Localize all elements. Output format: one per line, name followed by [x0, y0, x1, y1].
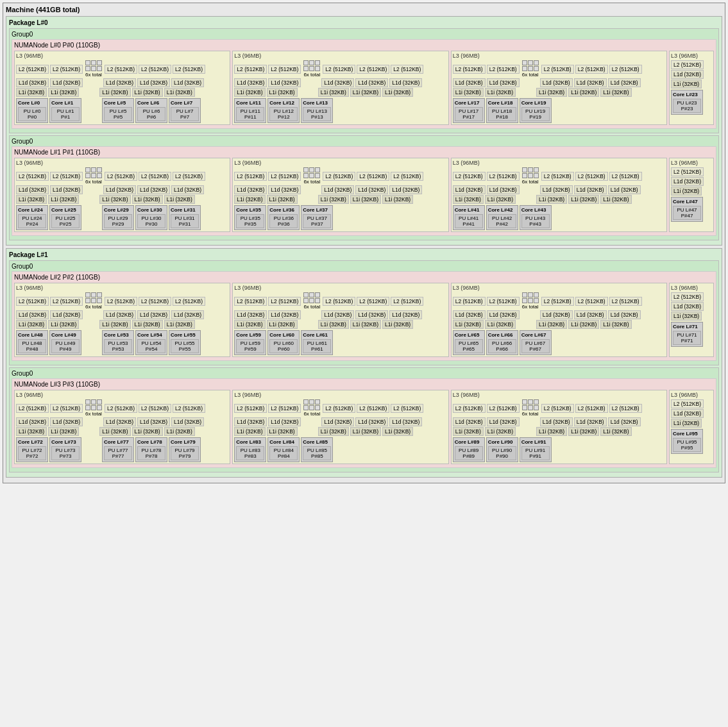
l3-2-1: L3 (96MB) L2 (512KB) L2 (512KB) 6x total [232, 283, 448, 357]
core-67: Core L#67 PU L#67P#67 [520, 330, 552, 355]
l3-2-0: L3 (96MB) L2 (512KB) L2 (512KB) 6x total [14, 283, 230, 357]
core-29: Core L#29 PU L#29P#29 [102, 205, 134, 230]
core-55: Core L#55 PU L#55P#55 [169, 330, 201, 355]
l3-1-3: L3 (96MB) L2 (512KB) L1d (32KB) L1i (32K… [669, 158, 714, 232]
numa3: NUMANode L#3 P#3 (110GB) L3 (96MB) L2 (5… [12, 378, 716, 468]
core-1: Core L#1 PU L#1P#1 [49, 98, 81, 123]
l3-0-0: L3 (96MB) L2 (512KB) L2 (512KB) 6x total [14, 51, 230, 125]
core-19: Core L#19 PU L#19P#19 [520, 98, 552, 123]
core-79: Core L#79 PU L#79P#79 [169, 437, 201, 462]
l3-2-2: L3 (96MB) L2 (512KB) L2 (512KB) 6x total [451, 283, 667, 357]
core-25: Core L#25 PU L#25P#25 [49, 205, 81, 230]
core-65: Core L#65 PU L#65P#65 [453, 330, 485, 355]
core-59: Core L#59 PU L#59P#59 [234, 330, 266, 355]
core-60: Core L#60 PU L#60P#60 [267, 330, 300, 355]
numa0-title: NUMANode L#0 P#0 (110GB) [14, 42, 714, 49]
machine-box: Machine (441GB total) Package L#0 Group0… [3, 3, 725, 483]
group0-numa0: Group0 NUMANode L#0 P#0 (110GB) L3 (96MB… [9, 28, 719, 133]
numa1-title: NUMANode L#1 P#1 (110GB) [14, 149, 714, 156]
l3-1-2: L3 (96MB) L2 (512KB) L2 (512KB) 6x total [451, 158, 667, 232]
core-77: Core L#77 PU L#77P#77 [102, 437, 134, 462]
l3-1-1: L3 (96MB) L2 (512KB) L2 (512KB) 6x total [232, 158, 448, 232]
package-0: Package L#0 Group0 NUMANode L#0 P#0 (110… [6, 16, 722, 246]
core-48: Core L#48 PU L#48P#48 [16, 330, 48, 355]
core-13: Core L#13 PU L#13P#13 [301, 98, 333, 123]
core-42: Core L#42 PU L#42P#42 [486, 205, 518, 230]
core-71: Core L#71 PU L#71P#71 [671, 322, 703, 347]
package-0-title: Package L#0 [9, 19, 719, 26]
core-89: Core L#89 PU L#89P#89 [453, 437, 485, 462]
core-31: Core L#31 PU L#31P#31 [169, 205, 201, 230]
core-95: Core L#95 PU L#95P#95 [671, 429, 703, 454]
l3-1-0: L3 (96MB) L2 (512KB) L2 (512KB) 6x total [14, 158, 230, 232]
l3-2-3: L3 (96MB) L2 (512KB) L1d (32KB) L1i (32K… [669, 283, 714, 357]
core-6: Core L#6 PU L#6P#6 [135, 98, 167, 123]
core-23: Core L#23 PU L#23P#23 [671, 90, 703, 115]
core-73: Core L#73 PU L#73P#73 [49, 437, 81, 462]
core-72: Core L#72 PU L#72P#72 [16, 437, 48, 462]
core-85: Core L#85 PU L#85P#85 [301, 437, 333, 462]
core-47: Core L#47 PU L#47P#47 [671, 197, 703, 222]
core-61: Core L#61 PU L#61P#61 [301, 330, 333, 355]
core-78: Core L#78 PU L#78P#78 [135, 437, 167, 462]
core-43: Core L#43 PU L#43P#43 [520, 205, 552, 230]
machine-title: Machine (441GB total) [6, 6, 722, 13]
package-1-title: Package L#1 [9, 251, 719, 258]
l3-0-2: L3 (96MB) L2 (512KB) L2 (512KB) 6x total [451, 51, 667, 125]
core-91: Core L#91 PU L#91P#91 [520, 437, 552, 462]
core-49: Core L#49 PU L#49P#49 [49, 330, 81, 355]
core-17: Core L#17 PU L#17P#17 [453, 98, 485, 123]
numa1: NUMANode L#1 P#1 (110GB) L3 (96MB) L2 (5… [12, 146, 716, 236]
group0-numa0-label: Group0 [12, 31, 716, 38]
l3-0-1: L3 (96MB) L2 (512KB) L2 (512KB) 6x total [232, 51, 448, 125]
group0-numa3: Group0 NUMANode L#3 P#3 (110GB) L3 (96MB… [9, 367, 719, 472]
group0-numa2: Group0 NUMANode L#2 P#2 (110GB) L3 (96MB… [9, 260, 719, 365]
group0-numa1-label: Group0 [12, 138, 716, 145]
l3-3-2: L3 (96MB) L2 (512KB) L2 (512KB) 6x total [451, 390, 667, 464]
core-7: Core L#7 PU L#7P#7 [169, 98, 201, 123]
package-1: Package L#1 Group0 NUMANode L#2 P#2 (110… [6, 248, 722, 478]
l3-0-3: L3 (96MB) L2 (512KB) L1d (32KB) L1i (32K… [669, 51, 714, 125]
core-11: Core L#11 PU L#11P#11 [234, 98, 266, 123]
core-0: Core L#0 PU L#0P#0 [16, 98, 48, 123]
numa0: NUMANode L#0 P#0 (110GB) L3 (96MB) L2 (5… [12, 39, 716, 129]
core-30: Core L#30 PU L#30P#30 [135, 205, 167, 230]
numa2-title: NUMANode L#2 P#2 (110GB) [14, 274, 714, 281]
core-5: Core L#5 PU L#5P#5 [102, 98, 134, 123]
core-24: Core L#24 PU L#24P#24 [16, 205, 48, 230]
core-35: Core L#35 PU L#35P#35 [234, 205, 266, 230]
core-41: Core L#41 PU L#41P#41 [453, 205, 485, 230]
core-83: Core L#83 PU L#83P#83 [234, 437, 266, 462]
core-12: Core L#12 PU L#12P#12 [267, 98, 300, 123]
core-53: Core L#53 PU L#53P#53 [102, 330, 134, 355]
core-90: Core L#90 PU L#90P#90 [486, 437, 518, 462]
numa3-title: NUMANode L#3 P#3 (110GB) [14, 381, 714, 388]
l3-3-0: L3 (96MB) L2 (512KB) L2 (512KB) 6x total [14, 390, 230, 464]
core-37: Core L#37 PU L#37P#37 [301, 205, 333, 230]
core-66: Core L#66 PU L#66P#66 [486, 330, 518, 355]
group0-numa3-label: Group0 [12, 370, 716, 377]
l3-3-3: L3 (96MB) L2 (512KB) L1d (32KB) L1i (32K… [669, 390, 714, 464]
core-84: Core L#84 PU L#84P#84 [267, 437, 300, 462]
core-36: Core L#36 PU L#36P#36 [267, 205, 300, 230]
core-54: Core L#54 PU L#54P#54 [135, 330, 167, 355]
core-18: Core L#18 PU L#18P#18 [486, 98, 518, 123]
group0-numa1: Group0 NUMANode L#1 P#1 (110GB) L3 (96MB… [9, 135, 719, 240]
numa2: NUMANode L#2 P#2 (110GB) L3 (96MB) L2 (5… [12, 271, 716, 361]
group0-numa2-label: Group0 [12, 263, 716, 270]
l3-3-1: L3 (96MB) L2 (512KB) L2 (512KB) 6x total [232, 390, 448, 464]
